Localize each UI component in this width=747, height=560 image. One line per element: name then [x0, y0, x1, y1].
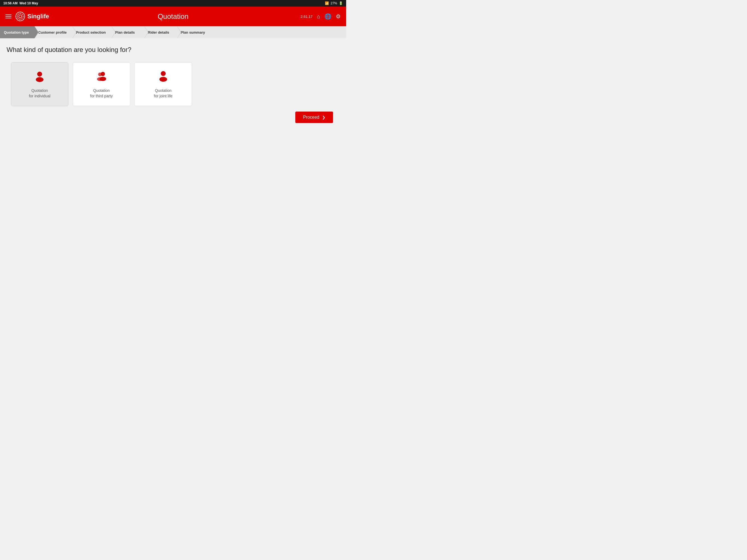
app-header: Singlife Quotation 2.61.17 ⌂ 🌐 ⚙	[0, 6, 346, 26]
third-party-card-label: Quotationfor third party	[90, 88, 113, 99]
logo-text: Singlife	[27, 13, 49, 20]
breadcrumb-plan-summary[interactable]: Plan summary	[177, 26, 210, 38]
logo-container: Singlife	[15, 11, 49, 21]
hamburger-menu-button[interactable]	[5, 15, 11, 18]
individual-card-label: Quotationfor individual	[29, 88, 51, 99]
quotation-card-third-party[interactable]: Quotationfor third party	[73, 62, 130, 106]
quotation-cards-container: Quotationfor individual Quotationfor thi…	[11, 62, 340, 106]
wifi-icon: 📶	[325, 1, 329, 5]
third-party-person-icon	[95, 70, 108, 85]
svg-point-2	[19, 15, 22, 18]
breadcrumb-quotation-type[interactable]: Quotation type	[0, 26, 34, 38]
header-left: Singlife	[5, 11, 49, 21]
proceed-button[interactable]: Proceed ❯	[295, 111, 333, 123]
svg-point-7	[101, 72, 105, 76]
quotation-card-individual[interactable]: Quotationfor individual	[11, 62, 68, 106]
joint-life-card-label: Quotationfor joint life	[154, 88, 173, 99]
globe-icon[interactable]: 🌐	[325, 13, 331, 20]
breadcrumb-rider-details[interactable]: Rider details	[144, 26, 177, 38]
joint-life-person-icon	[157, 70, 170, 85]
svg-point-4	[36, 77, 44, 82]
battery-icon: 🔋	[339, 1, 343, 5]
status-time-date: 10:56 AM Wed 10 May	[3, 1, 38, 5]
proceed-chevron-icon: ❯	[322, 115, 325, 120]
svg-point-3	[37, 72, 42, 77]
svg-point-10	[159, 77, 167, 82]
svg-point-8	[100, 77, 106, 81]
home-icon[interactable]: ⌂	[317, 14, 320, 20]
breadcrumb-product-selection[interactable]: Product selection	[72, 26, 111, 38]
proceed-container: Proceed ❯	[6, 106, 340, 123]
main-content: What kind of quotation are you looking f…	[0, 38, 346, 260]
settings-icon[interactable]: ⚙	[336, 13, 341, 20]
battery-text: 27%	[331, 1, 337, 5]
breadcrumb-customer-profile[interactable]: Customer profile	[34, 26, 72, 38]
singlife-logo-icon	[15, 11, 25, 21]
status-icons: 📶 27% 🔋	[325, 1, 343, 5]
version-text: 2.61.17	[301, 15, 312, 19]
page-question: What kind of quotation are you looking f…	[6, 46, 340, 54]
status-bar: 10:56 AM Wed 10 May 📶 27% 🔋	[0, 0, 346, 6]
page-title: Quotation	[158, 12, 189, 21]
breadcrumb-nav: Quotation type Customer profile Product …	[0, 26, 346, 38]
individual-person-icon	[33, 70, 46, 85]
breadcrumb-plan-details[interactable]: Plan details	[111, 26, 144, 38]
header-right: 2.61.17 ⌂ 🌐 ⚙	[301, 13, 341, 20]
svg-point-1	[17, 14, 23, 19]
svg-point-9	[161, 71, 166, 76]
quotation-card-joint-life[interactable]: Quotationfor joint life	[134, 62, 192, 106]
